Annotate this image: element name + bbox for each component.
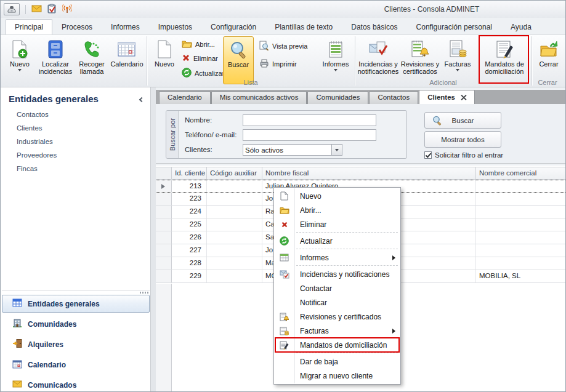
building-icon (12, 318, 22, 330)
sidebar-item-list: Contactos Clientes Industriales Proveedo… (17, 108, 57, 175)
phone-email-input[interactable] (243, 129, 376, 141)
ribbon-button-informes[interactable]: Informes (320, 36, 352, 84)
ribbon-button-cerrar[interactable]: Cerrar (535, 36, 562, 84)
submenu-arrow-icon (392, 255, 395, 260)
close-folder-icon (540, 38, 558, 60)
ribbon-button-nuevo-entidad[interactable]: Nuevo (4, 36, 35, 84)
bell-report-icon (274, 313, 294, 321)
sidebar-item-clientes[interactable]: Clientes (17, 121, 57, 135)
column-header-id[interactable]: Id. cliente (172, 167, 207, 179)
nav-item-comunidades[interactable]: Comunidades (2, 315, 150, 333)
ribbon-button-localizar-incidencias[interactable]: Localizar incidencias (38, 36, 73, 84)
ribbon-button-facturas[interactable]: Facturas (442, 36, 473, 84)
menu-item-facturas[interactable]: Facturas (274, 324, 400, 338)
ribbon-tab-informes[interactable]: Informes (102, 19, 149, 34)
filter-checkbox-row: Solicitar filtro al entrar (424, 151, 503, 159)
menu-item-dar-de-baja[interactable]: Dar de baja (274, 354, 400, 369)
menu-item-mandatos[interactable]: Mandatos de domiciliación (274, 338, 400, 352)
ribbon-tab-impuestos[interactable]: Impuestos (149, 19, 201, 34)
group-caption-lista: Lista (147, 79, 355, 86)
search-fieldset: Buscar por Nombre: Teléfono/ e-mail: Cli… (166, 110, 407, 159)
menu-item-eliminar[interactable]: Eliminar (274, 217, 400, 231)
sidebar-item-industriales[interactable]: Industriales (17, 135, 57, 148)
ribbon-tab-plantillas[interactable]: Plantillas de texto (265, 19, 342, 34)
ribbon-button-eliminar[interactable]: Eliminar (182, 54, 218, 63)
group-separator (355, 36, 355, 86)
menu-item-nuevo[interactable]: Nuevo (274, 189, 400, 203)
ribbon-tab-datos-basicos[interactable]: Datos básicos (342, 19, 406, 34)
ribbon-button-revisiones[interactable]: Revisiones y certificados (400, 36, 440, 84)
menu-item-migrar[interactable]: Migrar a nuevo cliente (274, 369, 400, 383)
menu-item-revisiones[interactable]: Revisiones y certificados (274, 310, 400, 324)
new-document-plus-icon (12, 38, 28, 60)
clients-label: Clientes: (185, 146, 212, 153)
menu-item-abrir[interactable]: Abrir... (274, 203, 400, 217)
document-tab-bar: Calendario Mis comunicados activos Comun… (156, 90, 566, 104)
preview-icon (259, 41, 269, 52)
menu-item-contactar[interactable]: Contactar (274, 281, 400, 295)
nav-item-comunicados[interactable]: Comunicados (2, 376, 150, 392)
clipboard-check-icon[interactable] (47, 4, 57, 15)
column-header-nombre-fiscal[interactable]: Nombre fiscal (262, 167, 476, 179)
ribbon-button-imprimir[interactable]: Imprimir (259, 59, 297, 69)
row-indicator-strip (156, 284, 172, 392)
buscar-button[interactable]: Buscar (424, 112, 501, 129)
ribbon-button-nuevo[interactable]: Nuevo (150, 36, 179, 84)
tab-calendario[interactable]: Calendario (159, 91, 211, 104)
incident-mail-icon (369, 38, 387, 60)
tab-contactos[interactable]: Contactos (369, 91, 418, 104)
filter-checkbox[interactable] (424, 151, 432, 159)
phone-email-label: Teléfono/ e-mail: (185, 131, 237, 138)
sidebar-item-proveedores[interactable]: Proveedores (17, 148, 57, 162)
ribbon-button-incidencias[interactable]: Incidencias y notificaciones (358, 36, 398, 84)
menu-item-actualizar[interactable]: Actualizar (274, 234, 400, 248)
close-icon[interactable] (461, 95, 466, 100)
ribbon-button-actualizar[interactable]: Actualizar (182, 68, 224, 79)
tab-mis-comunicados-activos[interactable]: Mis comunicados activos (211, 91, 307, 104)
clients-select[interactable]: Sólo activos (243, 144, 342, 156)
ribbon-button-abrir[interactable]: Abrir... (182, 39, 215, 49)
ribbon-button-buscar[interactable]: Buscar (223, 36, 254, 84)
ribbon-tab-procesos[interactable]: Procesos (52, 19, 102, 34)
clients-select-value: Sólo activos (243, 146, 331, 154)
name-input[interactable] (243, 114, 376, 126)
invoice-icon (448, 38, 467, 60)
column-header-nombre-comercial[interactable]: Nombre comercial (476, 167, 566, 179)
sidebar-item-fincas[interactable]: Fincas (17, 162, 57, 175)
nav-item-entidades-generales[interactable]: Entidades generales (2, 295, 150, 313)
splitter-handle[interactable] (2, 290, 150, 294)
chevron-down-icon (334, 69, 338, 71)
tab-clientes[interactable]: Clientes (419, 90, 475, 104)
quick-access-toolbar (4, 3, 72, 15)
nav-item-calendario[interactable]: Calendario (2, 356, 150, 374)
ribbon-tab-configuracion-personal[interactable]: Configuración personal (407, 19, 501, 34)
broadcast-icon[interactable] (62, 4, 72, 15)
ribbon-button-calendario[interactable]: Calendario (109, 36, 145, 84)
mail-icon[interactable] (31, 5, 42, 14)
dropdown-button[interactable] (331, 145, 342, 155)
collapse-chevron-icon[interactable] (139, 97, 144, 102)
nav-item-alquileres[interactable]: Alquileres (2, 335, 150, 353)
mostrar-todos-button[interactable]: Mostrar todos (424, 131, 501, 148)
column-header-codigo[interactable]: Código auxiliar (207, 167, 262, 179)
sidebar-item-contactos[interactable]: Contactos (17, 108, 57, 121)
mandate-pen-icon (274, 341, 294, 350)
phone-icon[interactable] (4, 3, 20, 15)
mail-icon (12, 380, 22, 390)
folder-open-icon (274, 206, 294, 214)
bell-report-icon (411, 38, 429, 60)
ribbon-button-mandatos[interactable]: Mandatos de domiciliación (481, 36, 528, 84)
ribbon-button-vista-previa[interactable]: Vista previa (259, 41, 307, 52)
ribbon-tab-principal[interactable]: Principal (6, 19, 52, 34)
invoice-icon (274, 327, 294, 335)
ribbon: Nuevo Localizar incidencias Recoger llam… (1, 34, 565, 87)
ribbon-button-recoger-llamada[interactable]: Recoger llamada (76, 36, 108, 84)
tab-comunidades[interactable]: Comunidades (307, 91, 368, 104)
menu-item-notificar[interactable]: Notificar (274, 295, 400, 310)
menu-item-incidencias[interactable]: Incidencias y notificaciones (274, 267, 400, 281)
ribbon-tab-ayuda[interactable]: Ayuda (501, 19, 541, 34)
window-title: Clientes - Consola ADMINET (349, 5, 515, 14)
menu-item-informes[interactable]: Informes (274, 250, 400, 265)
ribbon-tab-configuracion[interactable]: Configuración (201, 19, 265, 34)
group-separator (532, 36, 532, 86)
